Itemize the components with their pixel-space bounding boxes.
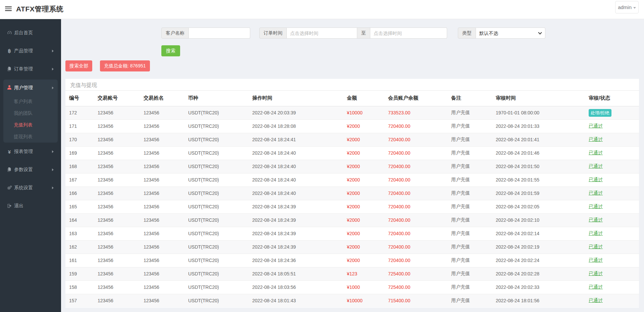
sidebar-item-label: 用户管理 [14, 85, 33, 91]
menu-toggle-icon[interactable] [5, 6, 12, 12]
column-header: 审核时间 [492, 91, 585, 106]
cell-balance: 720400.00 [384, 146, 447, 160]
total-amount-button[interactable]: 充值总金额: 876951 [100, 60, 150, 71]
time-to-input[interactable] [370, 28, 447, 39]
cell-remark: 用户充值 [447, 213, 492, 227]
cell-remark: 用户充值 [447, 173, 492, 187]
cell-remark: 用户充值 [447, 200, 492, 213]
cell-account: 123456 [94, 146, 140, 160]
approved-link[interactable]: 已通过 [589, 204, 603, 209]
table-row: 163123456123456USDT(TRC20)2022-08-24 18:… [65, 227, 639, 240]
cell-status: 已通过 [585, 213, 639, 227]
cell-id: 166 [65, 187, 94, 200]
cell-balance: 720400.00 [384, 254, 447, 267]
table-row: 166123456123456USDT(TRC20)2022-08-24 18:… [65, 187, 639, 200]
admin-label: admin [618, 4, 632, 10]
sidebar-item-report[interactable]: ¥报表管理 [0, 143, 61, 161]
sidebar-item-home[interactable]: 后台首页 [0, 24, 61, 42]
type-group: 类型 默认不选 [458, 28, 545, 39]
dashboard-icon [7, 30, 12, 36]
cell-time: 2022-08-24 18:03:56 [249, 280, 343, 294]
approved-link[interactable]: 已通过 [589, 257, 603, 263]
time-from-input[interactable] [287, 28, 357, 39]
cell-time: 2022-08-24 18:24:39 [249, 240, 343, 254]
admin-dropdown[interactable]: admin [615, 1, 639, 13]
cell-account: 123456 [94, 160, 140, 173]
sidebar-item-param[interactable]: 参数设置 [0, 161, 61, 179]
sidebar-item-order[interactable]: 订单管理 [0, 60, 61, 78]
sidebar-subitem[interactable]: 客户列表 [3, 96, 58, 107]
approved-link[interactable]: 已通过 [589, 137, 603, 142]
search-all-button[interactable]: 搜索全部 [65, 60, 92, 71]
approved-link[interactable]: 已通过 [589, 244, 603, 249]
cell-review_time: 2022-08-24 18:01:56 [492, 294, 585, 307]
cell-id: 157 [65, 294, 94, 307]
sidebar-item-logout[interactable]: 退出 [0, 197, 61, 215]
cell-account: 123456 [94, 280, 140, 294]
sidebar-item-user[interactable]: 用户管理 [3, 80, 58, 96]
cell-balance: 720400.00 [384, 227, 447, 240]
cell-name: 123456 [140, 213, 184, 227]
approved-link[interactable]: 已通过 [589, 163, 603, 169]
cell-id: 159 [65, 267, 94, 280]
cell-account: 123456 [94, 254, 140, 267]
cell-remark: 用户充值 [447, 240, 492, 254]
customer-name-input[interactable] [189, 28, 250, 39]
cell-remark: 用户充值 [447, 267, 492, 280]
approved-link[interactable]: 已通过 [589, 230, 603, 236]
sidebar-submenu-panel: 用户管理客户列表我的团队充值列表提现列表 [3, 80, 58, 143]
type-select[interactable]: 默认不选 [476, 28, 545, 39]
approved-link[interactable]: 已通过 [589, 123, 603, 128]
approved-link[interactable]: 已通过 [589, 217, 603, 222]
cell-amount: ¥2000 [343, 173, 384, 187]
approved-link[interactable]: 已通过 [589, 298, 603, 303]
table-row: 172123456123456USDT(TRC20)2022-08-24 20:… [65, 106, 639, 119]
cell-currency: USDT(TRC20) [184, 119, 249, 133]
cell-name: 123456 [140, 146, 184, 160]
cell-review_time: 2022-08-24 20:02:28 [492, 267, 585, 280]
cell-status: 已通过 [585, 294, 639, 307]
cell-review_time: 2022-08-24 20:02:14 [492, 227, 585, 240]
column-header: 会员账户余额 [384, 91, 447, 106]
cell-status: 已通过 [585, 280, 639, 294]
cell-status: 已通过 [585, 200, 639, 213]
sidebar-item-label: 报表管理 [14, 149, 33, 155]
cell-time: 2022-08-24 18:24:39 [249, 227, 343, 240]
process-reject-button[interactable]: 处理/拒绝 [589, 109, 611, 117]
app-title: ATFX管理系统 [16, 4, 63, 14]
cell-balance: 720400.00 [384, 173, 447, 187]
approved-link[interactable]: 已通过 [589, 190, 603, 196]
approved-link[interactable]: 已通过 [589, 150, 603, 155]
approved-link[interactable]: 已通过 [589, 177, 603, 182]
cell-amount: ¥2000 [343, 213, 384, 227]
sidebar-subitem[interactable]: 我的团队 [3, 107, 58, 119]
table-row: 157123456123456USDT(TRC20)2022-08-24 18:… [65, 294, 639, 307]
cell-time: 2022-08-24 18:28:08 [249, 119, 343, 133]
cell-amount: ¥2000 [343, 133, 384, 146]
chevron-right-icon [52, 187, 54, 189]
cell-currency: USDT(TRC20) [184, 227, 249, 240]
approved-link[interactable]: 已通过 [589, 271, 603, 276]
cell-account: 123456 [94, 240, 140, 254]
sidebar-item-system[interactable]: 系统设置 [0, 179, 61, 197]
sidebar-item-label: 参数设置 [14, 167, 33, 173]
cell-balance: 725400.00 [384, 267, 447, 280]
cell-amount: ¥2000 [343, 187, 384, 200]
person-icon [7, 85, 12, 91]
cell-status: 已通过 [585, 267, 639, 280]
recharge-card: 充值与提现 编号交易账号交易姓名币种操作时间金额会员账户余额备注审核时间审核/状… [65, 79, 639, 308]
sidebar-item-label: 退出 [14, 203, 23, 209]
cell-amount: ¥2000 [343, 119, 384, 133]
approved-link[interactable]: 已通过 [589, 284, 603, 290]
search-button[interactable]: 搜索 [161, 45, 180, 56]
column-header: 币种 [184, 91, 249, 106]
table-row: 159123456123456USDT(TRC20)2022-08-24 18:… [65, 267, 639, 280]
cell-currency: USDT(TRC20) [184, 173, 249, 187]
sidebar-item-product[interactable]: ฿产品管理 [0, 42, 61, 60]
sidebar-item-label: 产品管理 [14, 48, 33, 54]
table-row: 158123456123456USDT(TRC20)2022-08-24 18:… [65, 280, 639, 294]
sidebar-subitem[interactable]: 充值列表 [3, 119, 58, 131]
cell-currency: USDT(TRC20) [184, 213, 249, 227]
cell-review_time: 2022-08-24 20:02:05 [492, 200, 585, 213]
sidebar-subitem[interactable]: 提现列表 [3, 131, 58, 143]
